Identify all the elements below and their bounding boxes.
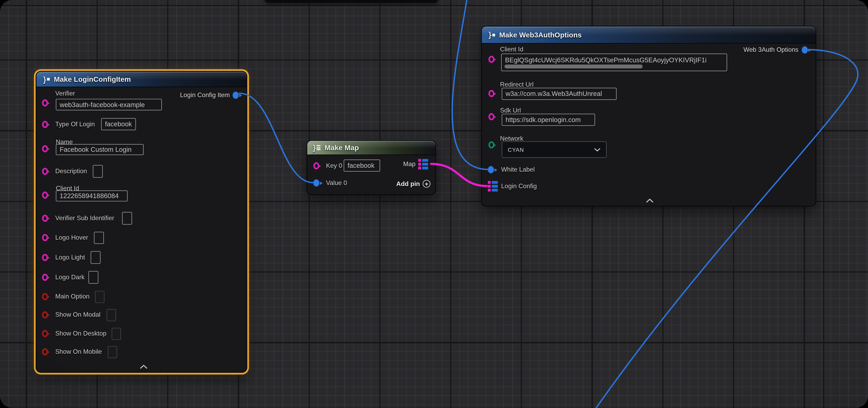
verifier-sub-identifier-input[interactable] (122, 212, 132, 225)
make-struct-icon: } (489, 31, 495, 39)
name-pin[interactable] (42, 145, 48, 152)
node-title: Make LoginConfigItem (54, 75, 131, 83)
redirect-url-pin[interactable] (489, 90, 495, 97)
pin-label-type-of-login: Type Of Login (55, 120, 95, 128)
pin-label-show-on-mobile: Show On Mobile (55, 348, 102, 355)
node-header-make-map[interactable]: } Make Map (307, 141, 435, 155)
logo-dark-pin[interactable] (42, 274, 48, 281)
show-on-mobile-checkbox[interactable] (108, 346, 117, 358)
pin-label-white-label: White Label (501, 166, 535, 173)
pin-label-sdk-url: Sdk Url (500, 106, 521, 114)
chevron-down-icon (594, 147, 601, 151)
main-option-checkbox[interactable] (95, 291, 104, 303)
node-make-map[interactable]: } Make Map Key 0 facebook Map Value 0 Ad… (307, 141, 435, 194)
map-output-label: Map (403, 160, 415, 168)
network-selected-value: CYAN (508, 146, 524, 152)
node-title: Make Map (324, 143, 359, 152)
verifier-input[interactable]: web3auth-facebook-example (56, 99, 162, 110)
logo-hover-pin[interactable] (42, 234, 48, 241)
logo-light-pin[interactable] (42, 254, 48, 261)
add-pin-button[interactable]: Add pin + (396, 180, 431, 188)
graph-viewport: } Make LoginConfigItem Login Config Item… (0, 0, 868, 408)
make-struct-icon: } (43, 75, 50, 83)
client-id-pin[interactable] (489, 56, 495, 63)
pin-label-login-config: Login Config (501, 182, 537, 190)
client-id-horizontal-scrollbar[interactable] (504, 65, 643, 68)
key-0-input[interactable]: facebook (344, 160, 380, 172)
description-pin[interactable] (42, 168, 48, 175)
client-id-value: BEglQSgt4cUWcj6SKRdu5QkOXTsePmMcusG5EAoy… (505, 56, 707, 64)
pin-label-description: Description (55, 167, 87, 175)
pin-label-value-0: Value 0 (326, 179, 347, 186)
collapse-chevron-icon[interactable] (646, 199, 654, 203)
main-option-pin[interactable] (42, 293, 48, 300)
web3auth-options-output-pin[interactable] (802, 46, 808, 54)
pin-label-show-on-modal: Show On Modal (55, 311, 100, 318)
sdk-url-pin[interactable] (489, 113, 495, 120)
pin-label-redirect-url: Redirect Url (500, 80, 534, 88)
logo-hover-input[interactable] (94, 232, 104, 244)
value-0-pin[interactable] (313, 179, 319, 186)
verifier-sub-identifier-pin[interactable] (42, 215, 48, 222)
sdk-url-input[interactable]: https://sdk.openlogin.com (502, 114, 595, 126)
node-header-make-loginconfigitem[interactable]: } Make LoginConfigItem (36, 72, 246, 87)
description-input[interactable] (93, 165, 103, 178)
type-of-login-pin[interactable] (42, 121, 48, 128)
pin-label-logo-hover: Logo Hover (55, 234, 88, 241)
collapse-chevron-icon[interactable] (140, 365, 148, 369)
node-make-web3authoptions[interactable]: } Make Web3AuthOptions Web 3Auth Options… (482, 27, 815, 206)
make-map-icon: } (313, 144, 320, 151)
client-id-input[interactable]: 1222658941886084 (56, 191, 128, 202)
client-id-input[interactable]: BEglQSgt4cUWcj6SKRdu5QkOXTsePmMcusG5EAoy… (501, 54, 727, 71)
login-config-pin[interactable] (488, 181, 498, 192)
show-on-desktop-checkbox[interactable] (112, 328, 121, 340)
logo-dark-input[interactable] (88, 271, 98, 284)
node-header-make-web3authoptions[interactable]: } Make Web3AuthOptions (482, 27, 815, 44)
map-output-pin[interactable] (418, 159, 428, 169)
show-on-mobile-pin[interactable] (42, 348, 48, 355)
pin-label-verifier-sub-identifier: Verifier Sub Identifier (55, 214, 114, 222)
blueprint-editor-screenshot: } Make LoginConfigItem Login Config Item… (0, 0, 868, 408)
login-config-item-output-pin[interactable] (232, 92, 239, 99)
show-on-desktop-pin[interactable] (42, 330, 48, 337)
name-input[interactable]: Facebook Custom Login (56, 144, 144, 155)
pin-label-logo-light: Logo Light (55, 253, 85, 261)
type-of-login-input[interactable]: facebook (101, 118, 136, 130)
pin-label-show-on-desktop: Show On Desktop (55, 330, 106, 337)
verifier-pin[interactable] (42, 99, 48, 106)
offscreen-node-fragment[interactable] (265, 0, 438, 3)
show-on-modal-pin[interactable] (42, 311, 48, 318)
add-pin-label: Add pin (396, 180, 420, 187)
pin-label-verifier: Verifier (55, 90, 75, 97)
pin-label-main-option: Main Option (55, 293, 90, 300)
add-pin-plus-icon: + (423, 180, 430, 188)
client-id-pin[interactable] (42, 192, 48, 199)
redirect-url-input[interactable]: w3a://com.w3a.Web3AuthUnreal (502, 88, 617, 100)
node-title: Make Web3AuthOptions (499, 31, 582, 39)
output-pin-label: Web 3Auth Options (743, 46, 798, 54)
key-0-pin[interactable] (313, 162, 319, 169)
pin-label-client-id: Client Id (500, 45, 523, 53)
pin-label-logo-dark: Logo Dark (55, 273, 85, 281)
logo-light-input[interactable] (91, 251, 100, 264)
output-pin-label: Login Config Item (180, 91, 230, 99)
node-make-loginconfigitem[interactable]: } Make LoginConfigItem Login Config Item… (36, 72, 246, 372)
network-dropdown[interactable]: CYAN (502, 141, 607, 158)
pin-label-key-0: Key 0 (326, 162, 342, 169)
network-pin[interactable] (489, 141, 495, 148)
show-on-modal-checkbox[interactable] (106, 309, 116, 321)
